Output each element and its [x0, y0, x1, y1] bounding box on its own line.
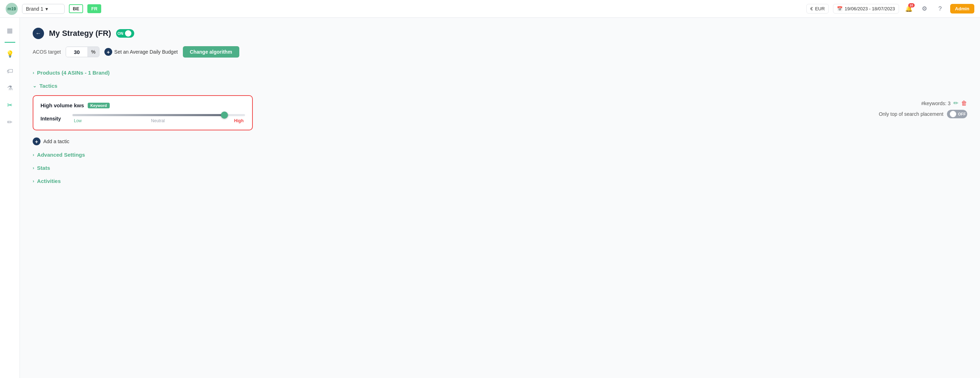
currency-label: EUR — [815, 6, 824, 11]
tactic-side-info: #keywords: 3 ✏ 🗑 Only top of search plac… — [861, 93, 967, 118]
advanced-settings-header[interactable]: › Advanced Settings — [33, 148, 967, 161]
notifications-button[interactable]: 🔔 10 — [903, 3, 915, 14]
tactics-section-label: Tactics — [40, 83, 57, 89]
sidebar-active-indicator — [5, 42, 15, 43]
page-title-row: ← My Strategy (FR) ON — [33, 28, 967, 39]
notification-badge: 10 — [908, 3, 915, 8]
topnav: m19 Brand 1 ▾ BE FR € EUR 📅 19/06/2023 -… — [0, 0, 980, 18]
stats-chevron-icon: › — [33, 165, 34, 171]
date-range-selector[interactable]: 📅 19/06/2023 - 18/07/2023 — [833, 4, 899, 13]
keyword-badge: Keyword — [88, 103, 110, 108]
intensity-slider[interactable]: Low Neutral High — [72, 114, 245, 123]
brand-name: Brand 1 — [26, 6, 43, 12]
tactic-card-wrap: High volume kws Keyword Intensity Low — [33, 93, 861, 135]
add-tactic-icon: + — [33, 137, 40, 145]
stats-section-header[interactable]: › Stats — [33, 161, 967, 174]
acos-row: ACOS target % + Set an Average Daily Bud… — [33, 46, 967, 57]
admin-button[interactable]: Admin — [950, 4, 974, 13]
slider-fill — [72, 114, 224, 116]
currency-selector[interactable]: € EUR — [807, 4, 829, 13]
acos-label: ACOS target — [33, 49, 61, 55]
calendar-icon: 📅 — [837, 6, 843, 11]
tactics-chevron-icon: ⌄ — [33, 83, 37, 88]
avatar: m19 — [6, 3, 18, 15]
sidebar-item-rules[interactable]: ✂ — [3, 98, 17, 112]
advanced-chevron-icon: › — [33, 152, 34, 157]
chevron-down-icon: ▾ — [45, 6, 48, 12]
intensity-row: Intensity Low Neutral High — [40, 114, 245, 123]
strategy-toggle[interactable]: ON — [116, 29, 135, 38]
placement-row: Only top of search placement OFF — [879, 110, 967, 118]
slider-low-label: Low — [74, 118, 82, 123]
tactic-row: High volume kws Keyword Intensity Low — [33, 93, 967, 135]
back-button[interactable]: ← — [33, 28, 44, 39]
slider-high-label: High — [234, 118, 243, 123]
date-range-label: 19/06/2023 - 18/07/2023 — [845, 6, 895, 11]
add-tactic-label: Add a tactic — [43, 139, 69, 144]
app-layout: ▦ 💡 🏷 ⚗ ✂ ✏ ← My Strategy (FR) ON ACOS t… — [0, 18, 980, 378]
change-algorithm-button[interactable]: Change algorithm — [183, 46, 239, 57]
toggle-on-button[interactable]: ON — [116, 29, 135, 38]
delete-tactic-button[interactable]: 🗑 — [961, 100, 967, 107]
set-budget-button[interactable]: + Set an Average Daily Budget — [104, 48, 178, 56]
toggle-off-circle — [950, 111, 956, 117]
keywords-row: #keywords: 3 ✏ 🗑 — [921, 99, 967, 107]
products-section-header[interactable]: › Products (4 ASINs - 1 Brand) — [33, 66, 967, 79]
sidebar-item-dashboard[interactable]: ▦ — [3, 24, 17, 38]
sidebar-item-edit[interactable]: ✏ — [3, 115, 17, 129]
tactics-section-header[interactable]: ⌄ Tactics — [33, 79, 967, 93]
placement-label: Only top of search placement — [879, 111, 943, 117]
edit-tactic-button[interactable]: ✏ — [953, 99, 958, 107]
products-chevron-icon: › — [33, 70, 34, 75]
set-budget-label: Set an Average Daily Budget — [115, 49, 178, 55]
sidebar: ▦ 💡 🏷 ⚗ ✂ ✏ — [0, 18, 20, 378]
placement-toggle-label: OFF — [958, 112, 966, 116]
settings-button[interactable]: ⚙ — [919, 3, 930, 14]
add-tactic-button[interactable]: + Add a tactic — [33, 135, 69, 148]
toggle-circle — [125, 30, 131, 37]
activities-section-header[interactable]: › Activities — [33, 174, 967, 188]
brand-selector[interactable]: Brand 1 ▾ — [22, 4, 65, 14]
acos-input[interactable] — [66, 47, 88, 57]
intensity-label: Intensity — [40, 116, 65, 121]
main-content: ← My Strategy (FR) ON ACOS target % + Se… — [20, 18, 980, 378]
add-budget-icon: + — [104, 48, 112, 56]
toggle-label: ON — [118, 31, 124, 35]
stats-section-label: Stats — [37, 165, 50, 171]
sidebar-item-tags[interactable]: 🏷 — [3, 64, 17, 78]
locale-fr-button[interactable]: FR — [88, 4, 101, 13]
help-button[interactable]: ? — [935, 3, 946, 14]
slider-neutral-label: Neutral — [151, 118, 165, 123]
activities-section-label: Activities — [37, 178, 61, 184]
advanced-settings-label: Advanced Settings — [37, 152, 85, 158]
acos-percent: % — [88, 47, 99, 57]
slider-labels: Low Neutral High — [72, 118, 245, 123]
currency-symbol: € — [810, 6, 813, 11]
locale-be-button[interactable]: BE — [69, 4, 83, 13]
sidebar-item-experiments[interactable]: ⚗ — [3, 81, 17, 95]
slider-track — [72, 114, 245, 116]
tactic-card: High volume kws Keyword Intensity Low — [33, 95, 253, 131]
page-title: My Strategy (FR) — [49, 29, 111, 38]
sidebar-item-ideas[interactable]: 💡 — [3, 47, 17, 61]
placement-toggle[interactable]: OFF — [947, 110, 967, 118]
keywords-count: #keywords: 3 — [921, 100, 951, 106]
activities-chevron-icon: › — [33, 179, 34, 184]
tactic-title: High volume kws — [40, 102, 84, 108]
slider-thumb[interactable] — [221, 112, 228, 119]
products-section-label: Products (4 ASINs - 1 Brand) — [37, 70, 109, 76]
tactic-header: High volume kws Keyword — [40, 102, 245, 108]
acos-input-wrap: % — [66, 46, 99, 57]
